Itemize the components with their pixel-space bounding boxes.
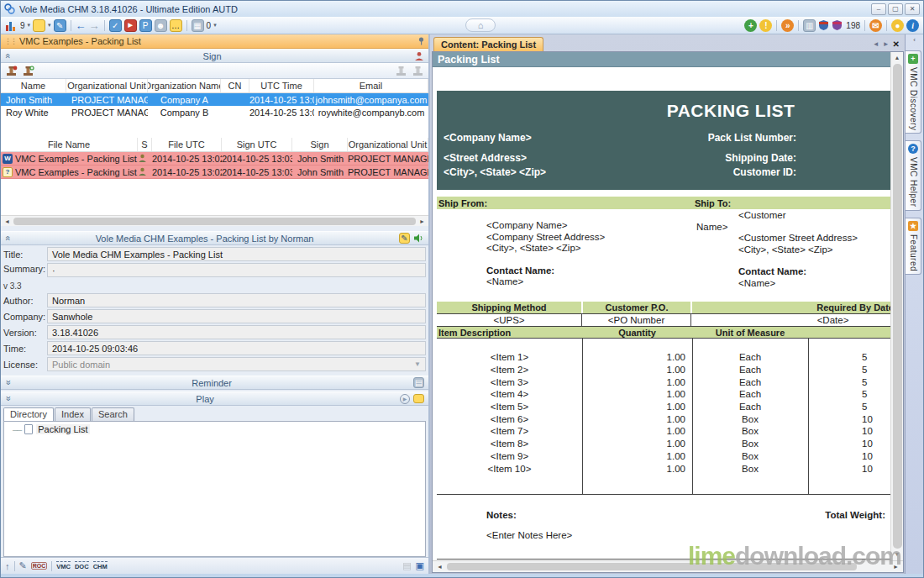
column-header[interactable]: File Name [1,138,138,151]
tab-directory[interactable]: Directory [3,407,54,421]
tab-index[interactable]: Index [55,407,91,421]
table-row[interactable]: VMC Examples - Packing List.docx 2014-10… [1,152,428,166]
signers-table-header[interactable]: NameOrganizational UnitOrganization Name… [1,79,428,93]
bank-icon[interactable]: ▥ [803,19,816,32]
home-button[interactable]: ⌂ [465,18,496,32]
mail-icon[interactable]: ✉ [869,19,882,32]
stamp-remove-icon[interactable] [395,66,407,76]
back-icon[interactable]: ← [76,20,87,31]
scrollbar-thumb[interactable] [13,218,416,225]
expand-icon[interactable]: « [3,396,13,401]
scroll-left-icon[interactable]: ◄ [3,218,12,224]
coin-icon[interactable]: ● [891,19,904,32]
clipboard-icon[interactable]: ▤ [402,560,411,571]
scroll-up-icon[interactable]: ▲ [895,53,900,63]
properties-section-header[interactable]: « Vole Media CHM Examples - Packing List… [1,231,428,245]
scroll-top-icon[interactable]: ↑ [5,561,10,571]
scroll-right-icon[interactable]: ► [891,564,900,570]
title-field[interactable]: Vole Media CHM Examples - Packing List [47,247,426,261]
runner-icon[interactable]: » [781,19,794,32]
column-header[interactable]: Organization Name [148,79,221,92]
close-button[interactable]: ✕ [905,3,920,15]
vmc-format-button[interactable]: VMC [56,561,71,570]
minimize-button[interactable]: – [871,3,886,15]
version-field[interactable]: 3.18.41026 [47,325,426,339]
chevron-down-icon[interactable]: ▾ [48,22,51,29]
column-header[interactable]: Sign UTC [222,138,292,151]
contact-icon[interactable]: ☻ [155,19,167,32]
maximize-button[interactable]: ▢ [888,3,903,15]
files-horizontal-scrollbar[interactable]: ◄ ► [1,215,428,226]
column-header[interactable]: Organizational Unit [348,138,428,151]
chm-format-button[interactable]: CHM [93,561,108,570]
reminder-icon[interactable]: ▤ [413,377,424,388]
scroll-down-icon[interactable]: ▼ [895,549,900,560]
media-count-icon[interactable]: ▦ [192,19,204,32]
reminder-section-header[interactable]: « Reminder ▤ [1,376,428,390]
stamp-clear-icon[interactable] [412,66,424,76]
forward-icon[interactable]: → [89,20,100,31]
side-tab-vmc-discovery[interactable]: + VMC Discovery [906,50,921,134]
sign-all-icon[interactable] [414,51,424,61]
table-row[interactable]: Roy White PROJECT MANAGER Company B 2014… [1,106,428,118]
column-header[interactable]: CN [221,79,249,92]
shield-icon[interactable] [818,19,829,31]
scroll-left-icon[interactable]: ◄ [435,564,444,570]
edit-sign-icon[interactable]: ✎ [19,560,27,571]
add-icon[interactable]: + [744,19,757,32]
column-header[interactable]: Email [314,79,428,92]
tab-close-icon[interactable]: ✕ [893,39,900,49]
tree-item-packing-list[interactable]: –– Packing List [6,424,423,434]
tab-content-packing-list[interactable]: Content: Packing List [433,37,543,51]
roc-stamp-icon[interactable]: ROC [31,562,48,570]
side-tab-featured[interactable]: ★ Featured [906,218,921,275]
sign-file-icon[interactable]: ✓ [109,19,122,32]
author-field[interactable]: Norman [47,293,426,307]
chevron-down-icon[interactable]: ▾ [213,22,217,29]
panel-header[interactable]: ⋮⋮ VMC Examples - Packing List [1,34,428,49]
pin-icon[interactable] [417,37,425,45]
tip-icon[interactable]: ! [759,19,772,32]
note-icon[interactable] [33,19,45,32]
summary-field[interactable]: · [47,263,426,277]
folder-icon[interactable] [413,394,424,403]
column-header[interactable]: S [138,138,152,151]
stamp-add-icon[interactable] [22,66,34,76]
save-icon[interactable]: ▣ [416,560,424,571]
tab-scroll-left-icon[interactable]: ◄ [873,40,879,48]
chevron-down-icon[interactable]: ▾ [28,22,31,29]
column-header[interactable]: Sign [292,138,348,151]
chat-icon[interactable]: … [170,19,182,32]
update-shield-icon[interactable] [832,19,843,31]
collapse-icon[interactable]: « [3,53,13,58]
expand-icon[interactable]: « [3,380,13,385]
editor-icon[interactable]: ✎ [54,19,66,32]
company-field[interactable]: Sanwhole [47,309,426,323]
table-row[interactable]: VMC Examples - Packing List.chm 2014-10-… [1,166,428,179]
column-header[interactable]: Organizational Unit [66,79,148,92]
content-horizontal-scrollbar[interactable]: ◄ ► [433,560,903,572]
sign-section-header[interactable]: « Sign [1,49,428,63]
scroll-right-icon[interactable]: ► [417,218,427,224]
publish-icon[interactable]: P [139,19,152,32]
speaker-icon[interactable] [413,234,424,243]
column-header[interactable]: Name [1,79,66,92]
content-vertical-scrollbar[interactable]: ▲ ▼ [890,52,903,560]
column-header[interactable]: File UTC [152,138,222,151]
time-field[interactable]: 2014-10-25 09:03:46 [47,341,426,355]
stamp-sign-icon[interactable] [5,66,18,76]
play-icon[interactable]: ▶ [400,394,410,404]
strip-collapse-icon[interactable]: ‹ [913,36,916,44]
scrollbar-thumb[interactable] [447,563,857,570]
chart-icon[interactable] [5,19,18,32]
edit-note-icon[interactable]: ✎ [399,233,410,244]
doc-format-button[interactable]: DOC [75,561,89,570]
column-header[interactable]: UTC Time [249,79,314,92]
scrollbar-thumb[interactable] [893,64,902,549]
tab-scroll-right-icon[interactable]: ► [883,40,890,48]
table-row[interactable]: John Smith PROJECT MANAGER Company A 201… [1,93,428,106]
tab-search[interactable]: Search [92,407,134,421]
document-viewport[interactable]: PACKING LIST <Company Name> <Street Addr… [433,67,890,560]
license-select[interactable]: Public domain ▼ [47,357,426,371]
play-section-header[interactable]: « Play ▶ [1,391,428,406]
